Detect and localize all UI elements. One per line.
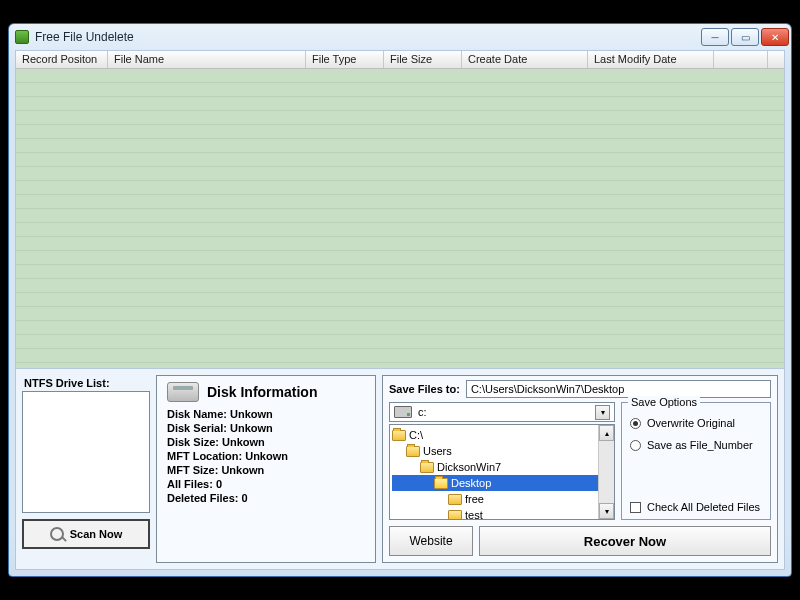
action-buttons: Website Recover Now — [389, 526, 771, 556]
tree-node-label: C:\ — [409, 429, 423, 441]
tree-node-label: DicksonWin7 — [437, 461, 501, 473]
close-button[interactable]: ✕ — [761, 28, 789, 46]
disk-info-row: Disk Size: Unkown — [167, 436, 365, 448]
mid-row: c: ▾ C:\UsersDicksonWin7Desktopfreetest … — [389, 402, 771, 520]
folder-icon — [406, 446, 420, 457]
tree-node-label: Desktop — [451, 477, 491, 489]
save-path-row: Save Files to: — [389, 380, 771, 398]
tree-node[interactable]: free — [392, 491, 612, 507]
checkbox-icon — [630, 502, 641, 513]
radio-icon — [630, 440, 641, 451]
table-row — [16, 307, 784, 321]
chevron-down-icon[interactable]: ▾ — [595, 405, 610, 420]
table-row — [16, 279, 784, 293]
search-icon — [50, 527, 64, 541]
app-icon — [15, 30, 29, 44]
website-button[interactable]: Website — [389, 526, 473, 556]
table-row — [16, 69, 784, 83]
save-panel: Save Files to: c: ▾ C:\UsersD — [382, 375, 778, 563]
scan-label: Scan Now — [70, 528, 123, 540]
titlebar: Free File Undelete ─ ▭ ✕ — [9, 24, 791, 50]
disk-info-header: Disk Information — [167, 382, 365, 402]
table-header-row: Record PositonFile NameFile TypeFile Siz… — [16, 51, 784, 69]
tree-node[interactable]: DicksonWin7 — [392, 459, 612, 475]
folder-icon — [392, 430, 406, 441]
button-label: Recover Now — [584, 534, 666, 549]
table-row — [16, 195, 784, 209]
radio-icon — [630, 418, 641, 429]
minimize-button[interactable]: ─ — [701, 28, 729, 46]
button-label: Website — [409, 534, 452, 548]
table-row — [16, 97, 784, 111]
table-row — [16, 251, 784, 265]
disk-info-list: Disk Name: UnkownDisk Serial: UnkownDisk… — [167, 408, 365, 504]
overwrite-original-radio[interactable]: Overwrite Original — [630, 417, 762, 429]
column-header[interactable]: File Name — [108, 51, 306, 68]
disk-info-title: Disk Information — [207, 384, 317, 400]
table-row — [16, 167, 784, 181]
table-row — [16, 237, 784, 251]
recover-now-button[interactable]: Recover Now — [479, 526, 771, 556]
radio-label: Save as File_Number — [647, 439, 753, 451]
tree-node[interactable]: test — [392, 507, 612, 520]
disk-info-row: Disk Name: Unkown — [167, 408, 365, 420]
column-header[interactable]: Record Positon — [16, 51, 108, 68]
client-area: Record PositonFile NameFile TypeFile Siz… — [15, 50, 785, 570]
tree-node-label: free — [465, 493, 484, 505]
disk-info-row: MFT Location: Unkown — [167, 450, 365, 462]
table-row — [16, 111, 784, 125]
scroll-up-icon[interactable]: ▴ — [599, 425, 614, 441]
column-header[interactable]: File Size — [384, 51, 462, 68]
scroll-down-icon[interactable]: ▾ — [599, 503, 614, 519]
table-row — [16, 349, 784, 363]
disk-info-row: Disk Serial: Unkown — [167, 422, 365, 434]
drive-select-value: c: — [418, 406, 427, 418]
table-row — [16, 125, 784, 139]
table-row — [16, 153, 784, 167]
window-title: Free File Undelete — [35, 30, 701, 44]
bottom-panels: NTFS Drive List: Scan Now Disk Informati… — [16, 369, 784, 569]
table-row — [16, 139, 784, 153]
drive-select[interactable]: c: ▾ — [389, 402, 615, 422]
tree-node[interactable]: Users — [392, 443, 612, 459]
disk-info-row: Deleted Files: 0 — [167, 492, 365, 504]
drive-icon — [394, 406, 412, 418]
folder-icon — [434, 478, 448, 489]
table-row — [16, 363, 784, 368]
save-path-input[interactable] — [466, 380, 771, 398]
disk-info-row: MFT Size: Unkown — [167, 464, 365, 476]
folder-icon — [448, 494, 462, 505]
table-row — [16, 265, 784, 279]
tree-node-label: test — [465, 509, 483, 520]
table-row — [16, 181, 784, 195]
tree-node-label: Users — [423, 445, 452, 457]
column-header[interactable] — [714, 51, 768, 68]
table-row — [16, 209, 784, 223]
tree-node[interactable]: C:\ — [392, 427, 612, 443]
disk-icon — [167, 382, 199, 402]
disk-info-panel: Disk Information Disk Name: UnkownDisk S… — [156, 375, 376, 563]
ntfs-drive-list[interactable] — [22, 391, 150, 513]
save-path-label: Save Files to: — [389, 383, 460, 395]
scan-now-button[interactable]: Scan Now — [22, 519, 150, 549]
tree-scrollbar[interactable]: ▴ ▾ — [598, 425, 614, 519]
radio-label: Overwrite Original — [647, 417, 735, 429]
table-row — [16, 223, 784, 237]
table-body — [16, 69, 784, 368]
table-row — [16, 293, 784, 307]
column-header[interactable]: Last Modify Date — [588, 51, 714, 68]
table-row — [16, 335, 784, 349]
save-options-legend: Save Options — [628, 396, 700, 408]
column-header[interactable]: Create Date — [462, 51, 588, 68]
ntfs-label: NTFS Drive List: — [22, 375, 150, 391]
table-row — [16, 321, 784, 335]
table-row — [16, 83, 784, 97]
tree-node[interactable]: Desktop — [392, 475, 612, 491]
save-as-number-radio[interactable]: Save as File_Number — [630, 439, 762, 451]
folder-tree[interactable]: C:\UsersDicksonWin7Desktopfreetest ▴ ▾ — [389, 424, 615, 520]
check-all-deleted-checkbox[interactable]: Check All Deleted Files — [630, 501, 762, 513]
maximize-button[interactable]: ▭ — [731, 28, 759, 46]
tree-column: c: ▾ C:\UsersDicksonWin7Desktopfreetest … — [389, 402, 615, 520]
column-header[interactable]: File Type — [306, 51, 384, 68]
save-options-group: Save Options Overwrite Original Save as … — [621, 402, 771, 520]
